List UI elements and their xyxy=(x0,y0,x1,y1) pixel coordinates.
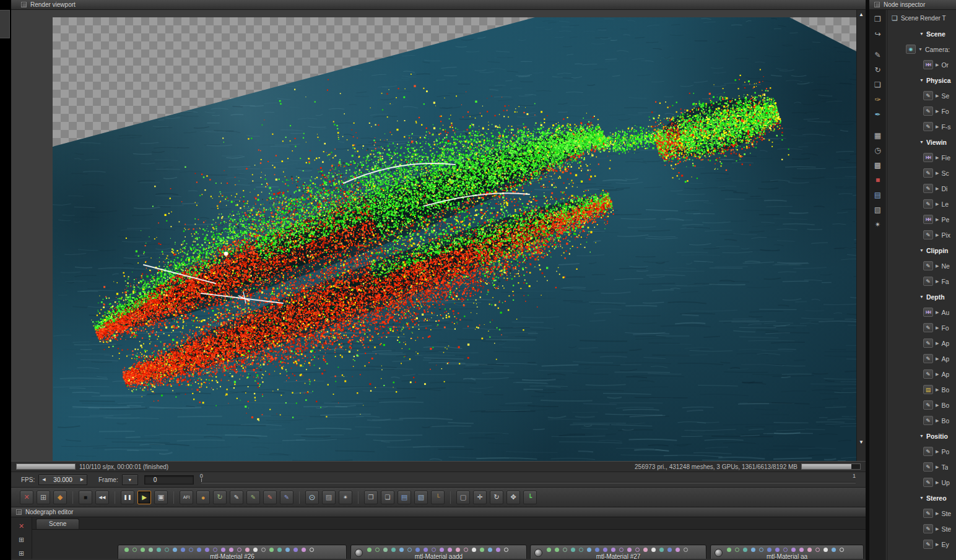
edit-icon[interactable]: ✎ xyxy=(923,122,933,131)
expand-arrow-icon[interactable]: ▶ xyxy=(936,279,939,284)
keys-icon[interactable]: HH xyxy=(923,60,933,69)
node-port[interactable] xyxy=(213,548,217,552)
star-icon[interactable]: ✴ xyxy=(872,218,884,231)
node-port[interactable] xyxy=(627,548,632,552)
node-port[interactable] xyxy=(310,548,314,552)
fps-spinner[interactable]: ◀ 30.000 ▶ xyxy=(38,475,87,485)
tree-item-se[interactable]: ✎▶Se xyxy=(890,88,956,103)
tree-item-camera-[interactable]: ◉▼Camera: xyxy=(890,41,956,57)
collapse-arrow-icon[interactable]: ▼ xyxy=(919,248,924,252)
rewind-button[interactable]: ◀◀ xyxy=(95,491,109,504)
tree-item-ap[interactable]: ✎▶Ap xyxy=(890,335,956,351)
tab-scene[interactable]: Scene xyxy=(36,519,79,529)
grid-icon[interactable]: ⊞ xyxy=(15,535,28,545)
node-port[interactable] xyxy=(751,548,755,552)
play-button[interactable]: ▶ xyxy=(137,491,151,504)
snap-move-button[interactable]: ✕ xyxy=(20,491,33,504)
node-port[interactable] xyxy=(149,548,153,552)
tree-item-or[interactable]: HH▶Or xyxy=(890,57,956,72)
node-port[interactable] xyxy=(783,548,788,552)
tree-item-ste[interactable]: ✎▶Ste xyxy=(890,521,956,536)
folder-icon[interactable]: ▤ xyxy=(923,385,933,394)
edit-icon[interactable]: ✎ xyxy=(923,168,933,178)
region-render-button[interactable]: ▨ xyxy=(322,491,336,504)
node-port[interactable] xyxy=(221,548,225,552)
tree-item-fo[interactable]: ✎▶Fo xyxy=(890,103,956,119)
tree-section-stereo[interactable]: ▼Stereo xyxy=(890,490,956,506)
node-port[interactable] xyxy=(197,548,201,552)
paint-nib-icon[interactable]: ✑ xyxy=(872,93,884,106)
node-port[interactable] xyxy=(676,548,680,552)
node-mtl-material-aadd[interactable]: mtl-Material aadd xyxy=(350,545,527,559)
scroll-up-icon[interactable]: ▲ xyxy=(857,10,866,20)
draw-pencil-red-button[interactable]: ✎ xyxy=(263,491,277,504)
tree-item-fo[interactable]: ✎▶Fo xyxy=(890,320,956,335)
node-port[interactable] xyxy=(643,548,648,552)
panel-checkbox-icon[interactable] xyxy=(874,2,880,7)
node-port[interactable] xyxy=(367,548,372,552)
node-port[interactable] xyxy=(391,548,396,552)
node-port[interactable] xyxy=(496,548,500,552)
node-port[interactable] xyxy=(229,548,233,552)
node-mtl-material-aa[interactable]: mtl-Material aa xyxy=(710,545,864,559)
render-image[interactable] xyxy=(53,17,856,461)
expand-arrow-icon[interactable]: ▶ xyxy=(936,264,939,269)
node-port[interactable] xyxy=(611,548,615,552)
expand-arrow-icon[interactable]: ▶ xyxy=(936,511,939,516)
node-inspector-header[interactable]: Node inspector xyxy=(869,0,956,10)
node-port[interactable] xyxy=(456,548,460,552)
clock-icon[interactable]: ◷ xyxy=(872,144,884,157)
node-port[interactable] xyxy=(415,548,420,552)
edit-icon[interactable]: ✎ xyxy=(923,199,933,209)
scale-tool-button[interactable]: ✥ xyxy=(506,491,520,504)
expand-arrow-icon[interactable]: ▶ xyxy=(936,480,939,485)
edit-icon[interactable]: ✎ xyxy=(923,524,933,533)
tree-item-ey[interactable]: ✎▶Ey xyxy=(890,536,956,552)
expand-arrow-icon[interactable]: ▶ xyxy=(936,372,939,377)
expand-arrow-icon[interactable]: ▶ xyxy=(936,403,939,408)
tree-item-bo[interactable]: ✎▶Bo xyxy=(890,397,956,413)
node-mtl-material-26[interactable]: mtl-Material #26 xyxy=(118,545,347,559)
node-port[interactable] xyxy=(375,548,380,552)
keys-icon[interactable]: HH xyxy=(923,215,933,224)
node-port[interactable] xyxy=(767,548,771,552)
camera-icon[interactable]: ◉ xyxy=(906,45,916,54)
expand-arrow-icon[interactable]: ▶ xyxy=(936,465,939,470)
node-port[interactable] xyxy=(579,548,583,552)
node-port[interactable] xyxy=(245,548,250,552)
tree-item-po[interactable]: ✎▶Po xyxy=(890,444,956,459)
node-port[interactable] xyxy=(807,548,812,552)
tree-item-bo[interactable]: ▤▶Bo xyxy=(890,382,956,397)
tree-item-sc[interactable]: ✎▶Sc xyxy=(890,165,956,181)
expand-arrow-icon[interactable]: ▶ xyxy=(936,62,939,67)
node-port[interactable] xyxy=(277,548,282,552)
node-port[interactable] xyxy=(293,548,298,552)
node-port[interactable] xyxy=(727,548,731,552)
tree-item-ta[interactable]: ✎▶Ta xyxy=(890,459,956,475)
node-port[interactable] xyxy=(563,548,567,552)
red-cube-icon[interactable]: ■ xyxy=(872,174,884,186)
effects-button[interactable]: ✴ xyxy=(339,491,352,504)
edit-icon[interactable]: ✎ xyxy=(923,416,933,425)
tree-item-au[interactable]: HH▶Au xyxy=(890,304,956,320)
edit-icon[interactable]: ✎ xyxy=(923,261,933,270)
node-port[interactable] xyxy=(815,548,820,552)
node-port[interactable] xyxy=(165,548,169,552)
keys-icon[interactable]: HH xyxy=(923,153,933,162)
expand-arrow-icon[interactable]: ▶ xyxy=(936,233,939,238)
scroll-down-icon[interactable]: ▼ xyxy=(857,437,866,447)
node-port[interactable] xyxy=(407,548,412,552)
node-port[interactable] xyxy=(775,548,780,552)
tree-section-depth[interactable]: ▼Depth xyxy=(890,289,956,304)
node-port[interactable] xyxy=(472,548,476,552)
edit-icon[interactable]: ✎ xyxy=(923,230,933,239)
collapse-arrow-icon[interactable]: ▼ xyxy=(919,295,924,299)
node-port[interactable] xyxy=(124,548,129,552)
node-port[interactable] xyxy=(269,548,274,552)
node-port[interactable] xyxy=(651,548,656,552)
node-port[interactable] xyxy=(448,548,452,552)
display-button[interactable]: ▣ xyxy=(154,491,168,504)
expand-arrow-icon[interactable]: ▶ xyxy=(936,202,939,207)
snap-move-icon[interactable]: ✕ xyxy=(15,521,28,531)
layers-icon[interactable]: ❐ xyxy=(872,13,884,25)
